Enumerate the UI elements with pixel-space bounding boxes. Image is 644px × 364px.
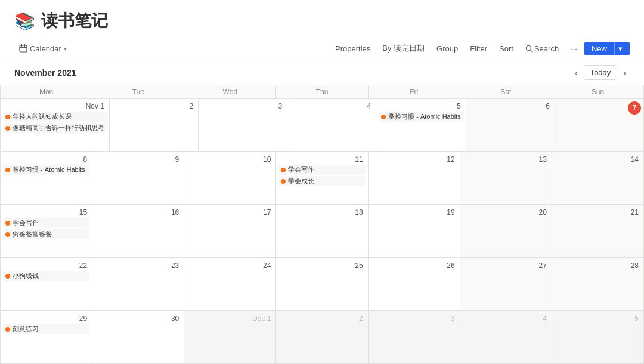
calendar-cell[interactable]: 3 bbox=[369, 311, 460, 364]
event-label: 刻意练习 bbox=[13, 325, 39, 334]
event-dot bbox=[5, 221, 10, 226]
day-header: Tue bbox=[92, 85, 184, 98]
prev-month-button[interactable]: ‹ bbox=[571, 66, 581, 80]
event-dot bbox=[5, 115, 10, 119]
calendar-cell[interactable]: 20 bbox=[460, 205, 552, 258]
next-month-button[interactable]: › bbox=[620, 66, 630, 80]
search-button[interactable]: Search bbox=[521, 42, 564, 55]
calendar-cell[interactable]: Dec 1 bbox=[184, 311, 276, 364]
calendar-cell[interactable]: 7 bbox=[555, 99, 644, 152]
day-number: 23 bbox=[169, 260, 181, 271]
event-item[interactable]: 学会写作 bbox=[278, 165, 365, 175]
day-number: 13 bbox=[536, 154, 549, 165]
new-button-caret[interactable]: ▾ bbox=[614, 42, 630, 55]
event-item[interactable]: 刻意练习 bbox=[3, 324, 89, 334]
calendar-cell[interactable]: 5 bbox=[552, 311, 644, 364]
day-number: 22 bbox=[77, 260, 89, 271]
calendar-cell[interactable]: Nov 1年轻人的认知成长课像糖精高手告诉一样行动和思考 bbox=[1, 99, 110, 152]
event-label: 掌控习惯 - Atomic Habits bbox=[388, 112, 461, 121]
calendar-cell[interactable]: 12 bbox=[369, 152, 460, 205]
header: 📚 读书笔记 bbox=[0, 0, 644, 37]
day-number: 20 bbox=[536, 207, 549, 218]
event-label: 年轻人的认知成长课 bbox=[13, 112, 72, 121]
calendar-week: 29刻意练习30Dec 12345 bbox=[0, 311, 644, 364]
calendar-cell[interactable]: 4 bbox=[460, 311, 552, 364]
day-number: 8 bbox=[80, 154, 89, 165]
group-by-button[interactable]: By 读完日期 bbox=[377, 41, 429, 56]
calendar-cell[interactable]: 30 bbox=[92, 311, 184, 364]
properties-button[interactable]: Properties bbox=[330, 42, 375, 55]
calendar-cell[interactable]: 29刻意练习 bbox=[1, 311, 92, 364]
day-number: 10 bbox=[261, 154, 273, 165]
more-button[interactable]: ··· bbox=[566, 42, 582, 55]
calendar-cell[interactable]: 8掌控习惯 - Atomic Habits bbox=[1, 152, 92, 205]
event-label: 学会写作 bbox=[288, 165, 314, 174]
sort-button[interactable]: Sort bbox=[494, 42, 518, 55]
day-number: 9 bbox=[173, 154, 182, 165]
event-label: 像糖精高手告诉一样行动和思考 bbox=[13, 124, 104, 132]
calendar-cell[interactable]: 17 bbox=[184, 205, 276, 258]
day-number: 17 bbox=[261, 207, 273, 218]
calendar-cell[interactable]: 11学会写作学会成长 bbox=[276, 152, 368, 205]
day-number: 30 bbox=[169, 313, 181, 324]
today-button[interactable]: Today bbox=[584, 65, 618, 80]
day-number: 27 bbox=[536, 260, 549, 271]
event-label: 学会写作 bbox=[13, 218, 39, 227]
calendar-cell[interactable]: 5掌控习惯 - Atomic Habits bbox=[376, 99, 466, 152]
event-item[interactable]: 年轻人的认知成长课 bbox=[3, 112, 107, 122]
filter-button[interactable]: Filter bbox=[465, 42, 492, 55]
event-item[interactable]: 掌控习惯 - Atomic Habits bbox=[3, 165, 89, 175]
event-dot bbox=[281, 168, 286, 172]
calendar-week: 22小狗钱钱232425262728 bbox=[0, 258, 644, 311]
event-dot bbox=[281, 179, 286, 184]
calendar-cell[interactable]: 26 bbox=[369, 258, 460, 311]
day-number: 21 bbox=[628, 207, 641, 218]
calendar-cell[interactable]: 13 bbox=[460, 152, 552, 205]
toolbar-right: Properties By 读完日期 Group Filter Sort Sea… bbox=[330, 41, 630, 56]
calendar-cell[interactable]: 2 bbox=[110, 99, 199, 152]
event-dot bbox=[5, 327, 10, 332]
event-item[interactable]: 穷爸爸富爸爸 bbox=[3, 229, 89, 239]
calendar-cell[interactable]: 4 bbox=[287, 99, 376, 152]
calendar-cell[interactable]: 19 bbox=[369, 205, 460, 258]
calendar-cell[interactable]: 27 bbox=[460, 258, 552, 311]
day-number: Nov 1 bbox=[83, 101, 107, 112]
day-number: 15 bbox=[77, 207, 89, 218]
group-button[interactable]: Group bbox=[432, 42, 463, 55]
calendar-week: Nov 1年轻人的认知成长课像糖精高手告诉一样行动和思考2345掌控习惯 - A… bbox=[0, 98, 644, 152]
day-number: 6 bbox=[543, 101, 552, 112]
calendar-cell[interactable]: 2 bbox=[276, 311, 368, 364]
calendar-view-icon bbox=[19, 44, 27, 53]
event-dot bbox=[5, 168, 10, 172]
calendar-cell[interactable]: 28 bbox=[552, 258, 644, 311]
calendar-cell[interactable]: 16 bbox=[92, 205, 184, 258]
day-number: 5 bbox=[632, 313, 641, 324]
calendar-cell[interactable]: 9 bbox=[92, 152, 184, 205]
calendar-cell[interactable]: 25 bbox=[276, 258, 368, 311]
calendar-cell[interactable]: 6 bbox=[466, 99, 555, 152]
event-label: 小狗钱钱 bbox=[13, 272, 39, 280]
calendar-cell[interactable]: 3 bbox=[199, 99, 287, 152]
calendar-cell[interactable]: 23 bbox=[92, 258, 184, 311]
view-selector[interactable]: Calendar ▾ bbox=[14, 42, 72, 55]
calendar-cell[interactable]: 14 bbox=[552, 152, 644, 205]
calendar-cell[interactable]: 22小狗钱钱 bbox=[1, 258, 92, 311]
day-number: 14 bbox=[628, 154, 641, 165]
day-number: 3 bbox=[448, 313, 457, 324]
day-number: 4 bbox=[365, 101, 374, 112]
event-item[interactable]: 学会成长 bbox=[278, 176, 365, 186]
toolbar-left: Calendar ▾ bbox=[14, 42, 72, 55]
event-item[interactable]: 学会写作 bbox=[3, 218, 89, 228]
calendar-cell[interactable]: 24 bbox=[184, 258, 276, 311]
day-number: 24 bbox=[261, 260, 273, 271]
new-button[interactable]: New bbox=[584, 42, 614, 55]
event-item[interactable]: 掌控习惯 - Atomic Habits bbox=[379, 112, 463, 122]
calendar-cell[interactable]: 21 bbox=[552, 205, 644, 258]
event-item[interactable]: 小狗钱钱 bbox=[3, 271, 89, 281]
calendar-cell[interactable]: 10 bbox=[184, 152, 276, 205]
calendar-cell[interactable]: 18 bbox=[276, 205, 368, 258]
calendar-cell[interactable]: 15学会写作穷爸爸富爸爸 bbox=[1, 205, 92, 258]
event-item[interactable]: 像糖精高手告诉一样行动和思考 bbox=[3, 123, 107, 133]
search-icon bbox=[525, 45, 533, 53]
chevron-down-icon: ▾ bbox=[64, 45, 67, 52]
